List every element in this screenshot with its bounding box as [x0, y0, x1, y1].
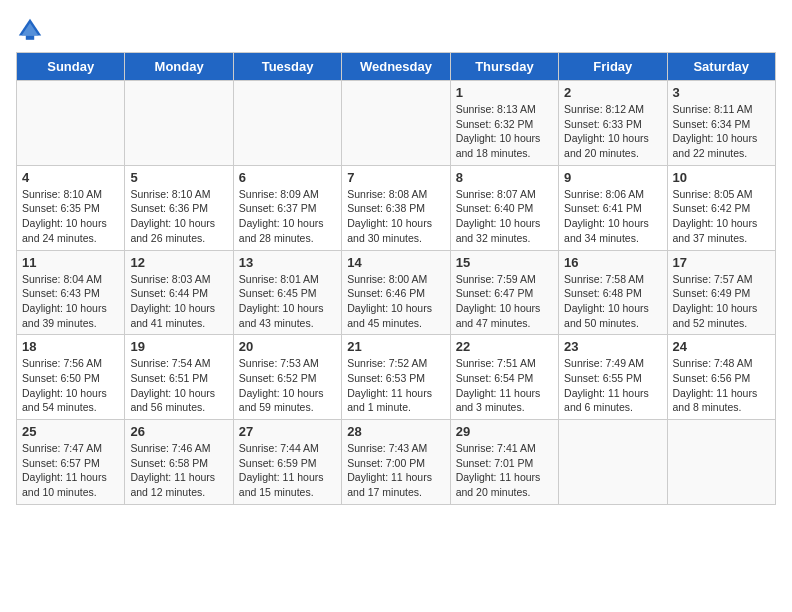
- day-number: 27: [239, 424, 336, 439]
- calendar-cell: 5Sunrise: 8:10 AM Sunset: 6:36 PM Daylig…: [125, 165, 233, 250]
- weekday-header-monday: Monday: [125, 53, 233, 81]
- day-info: Sunrise: 7:51 AM Sunset: 6:54 PM Dayligh…: [456, 356, 553, 415]
- day-info: Sunrise: 8:01 AM Sunset: 6:45 PM Dayligh…: [239, 272, 336, 331]
- calendar-cell: [667, 420, 775, 505]
- day-info: Sunrise: 8:10 AM Sunset: 6:35 PM Dayligh…: [22, 187, 119, 246]
- day-number: 28: [347, 424, 444, 439]
- day-number: 11: [22, 255, 119, 270]
- day-info: Sunrise: 7:52 AM Sunset: 6:53 PM Dayligh…: [347, 356, 444, 415]
- calendar-cell: 8Sunrise: 8:07 AM Sunset: 6:40 PM Daylig…: [450, 165, 558, 250]
- day-info: Sunrise: 7:43 AM Sunset: 7:00 PM Dayligh…: [347, 441, 444, 500]
- day-number: 25: [22, 424, 119, 439]
- calendar-cell: 20Sunrise: 7:53 AM Sunset: 6:52 PM Dayli…: [233, 335, 341, 420]
- day-number: 17: [673, 255, 770, 270]
- calendar-cell: 3Sunrise: 8:11 AM Sunset: 6:34 PM Daylig…: [667, 81, 775, 166]
- day-number: 8: [456, 170, 553, 185]
- calendar-cell: 15Sunrise: 7:59 AM Sunset: 6:47 PM Dayli…: [450, 250, 558, 335]
- day-number: 18: [22, 339, 119, 354]
- day-info: Sunrise: 8:10 AM Sunset: 6:36 PM Dayligh…: [130, 187, 227, 246]
- calendar-cell: 1Sunrise: 8:13 AM Sunset: 6:32 PM Daylig…: [450, 81, 558, 166]
- calendar-cell: 21Sunrise: 7:52 AM Sunset: 6:53 PM Dayli…: [342, 335, 450, 420]
- day-number: 15: [456, 255, 553, 270]
- day-info: Sunrise: 7:53 AM Sunset: 6:52 PM Dayligh…: [239, 356, 336, 415]
- day-number: 22: [456, 339, 553, 354]
- day-info: Sunrise: 8:13 AM Sunset: 6:32 PM Dayligh…: [456, 102, 553, 161]
- day-info: Sunrise: 7:44 AM Sunset: 6:59 PM Dayligh…: [239, 441, 336, 500]
- calendar-cell: 6Sunrise: 8:09 AM Sunset: 6:37 PM Daylig…: [233, 165, 341, 250]
- calendar-cell: 9Sunrise: 8:06 AM Sunset: 6:41 PM Daylig…: [559, 165, 667, 250]
- day-number: 26: [130, 424, 227, 439]
- day-info: Sunrise: 7:49 AM Sunset: 6:55 PM Dayligh…: [564, 356, 661, 415]
- calendar-cell: 22Sunrise: 7:51 AM Sunset: 6:54 PM Dayli…: [450, 335, 558, 420]
- day-number: 24: [673, 339, 770, 354]
- weekday-header-sunday: Sunday: [17, 53, 125, 81]
- day-info: Sunrise: 7:48 AM Sunset: 6:56 PM Dayligh…: [673, 356, 770, 415]
- day-number: 19: [130, 339, 227, 354]
- calendar-cell: 16Sunrise: 7:58 AM Sunset: 6:48 PM Dayli…: [559, 250, 667, 335]
- day-number: 3: [673, 85, 770, 100]
- calendar-cell: [17, 81, 125, 166]
- day-info: Sunrise: 8:04 AM Sunset: 6:43 PM Dayligh…: [22, 272, 119, 331]
- day-number: 4: [22, 170, 119, 185]
- day-info: Sunrise: 8:07 AM Sunset: 6:40 PM Dayligh…: [456, 187, 553, 246]
- weekday-header-saturday: Saturday: [667, 53, 775, 81]
- calendar-cell: 26Sunrise: 7:46 AM Sunset: 6:58 PM Dayli…: [125, 420, 233, 505]
- day-info: Sunrise: 7:47 AM Sunset: 6:57 PM Dayligh…: [22, 441, 119, 500]
- calendar-cell: 2Sunrise: 8:12 AM Sunset: 6:33 PM Daylig…: [559, 81, 667, 166]
- day-info: Sunrise: 7:57 AM Sunset: 6:49 PM Dayligh…: [673, 272, 770, 331]
- calendar-cell: 12Sunrise: 8:03 AM Sunset: 6:44 PM Dayli…: [125, 250, 233, 335]
- logo: [16, 16, 48, 44]
- day-info: Sunrise: 7:41 AM Sunset: 7:01 PM Dayligh…: [456, 441, 553, 500]
- calendar-table: SundayMondayTuesdayWednesdayThursdayFrid…: [16, 52, 776, 505]
- calendar-cell: 25Sunrise: 7:47 AM Sunset: 6:57 PM Dayli…: [17, 420, 125, 505]
- day-number: 10: [673, 170, 770, 185]
- day-number: 7: [347, 170, 444, 185]
- day-info: Sunrise: 8:06 AM Sunset: 6:41 PM Dayligh…: [564, 187, 661, 246]
- day-info: Sunrise: 7:59 AM Sunset: 6:47 PM Dayligh…: [456, 272, 553, 331]
- calendar-cell: [125, 81, 233, 166]
- day-number: 5: [130, 170, 227, 185]
- calendar-cell: 18Sunrise: 7:56 AM Sunset: 6:50 PM Dayli…: [17, 335, 125, 420]
- day-number: 16: [564, 255, 661, 270]
- svg-rect-2: [26, 36, 34, 40]
- day-number: 14: [347, 255, 444, 270]
- weekday-header-tuesday: Tuesday: [233, 53, 341, 81]
- day-number: 12: [130, 255, 227, 270]
- day-info: Sunrise: 7:56 AM Sunset: 6:50 PM Dayligh…: [22, 356, 119, 415]
- weekday-header-thursday: Thursday: [450, 53, 558, 81]
- day-info: Sunrise: 8:11 AM Sunset: 6:34 PM Dayligh…: [673, 102, 770, 161]
- day-number: 13: [239, 255, 336, 270]
- day-number: 9: [564, 170, 661, 185]
- calendar-cell: [233, 81, 341, 166]
- logo-icon: [16, 16, 44, 44]
- day-info: Sunrise: 8:03 AM Sunset: 6:44 PM Dayligh…: [130, 272, 227, 331]
- day-number: 1: [456, 85, 553, 100]
- calendar-cell: [559, 420, 667, 505]
- day-number: 23: [564, 339, 661, 354]
- calendar-cell: 4Sunrise: 8:10 AM Sunset: 6:35 PM Daylig…: [17, 165, 125, 250]
- calendar-cell: 14Sunrise: 8:00 AM Sunset: 6:46 PM Dayli…: [342, 250, 450, 335]
- calendar-cell: 10Sunrise: 8:05 AM Sunset: 6:42 PM Dayli…: [667, 165, 775, 250]
- calendar-cell: 13Sunrise: 8:01 AM Sunset: 6:45 PM Dayli…: [233, 250, 341, 335]
- day-number: 20: [239, 339, 336, 354]
- weekday-header-friday: Friday: [559, 53, 667, 81]
- calendar-cell: 24Sunrise: 7:48 AM Sunset: 6:56 PM Dayli…: [667, 335, 775, 420]
- day-info: Sunrise: 8:08 AM Sunset: 6:38 PM Dayligh…: [347, 187, 444, 246]
- weekday-header-wednesday: Wednesday: [342, 53, 450, 81]
- day-info: Sunrise: 7:46 AM Sunset: 6:58 PM Dayligh…: [130, 441, 227, 500]
- calendar-cell: 28Sunrise: 7:43 AM Sunset: 7:00 PM Dayli…: [342, 420, 450, 505]
- calendar-cell: 17Sunrise: 7:57 AM Sunset: 6:49 PM Dayli…: [667, 250, 775, 335]
- calendar-cell: 23Sunrise: 7:49 AM Sunset: 6:55 PM Dayli…: [559, 335, 667, 420]
- day-info: Sunrise: 8:00 AM Sunset: 6:46 PM Dayligh…: [347, 272, 444, 331]
- calendar-cell: 19Sunrise: 7:54 AM Sunset: 6:51 PM Dayli…: [125, 335, 233, 420]
- day-number: 2: [564, 85, 661, 100]
- calendar-cell: [342, 81, 450, 166]
- day-info: Sunrise: 8:09 AM Sunset: 6:37 PM Dayligh…: [239, 187, 336, 246]
- day-info: Sunrise: 7:54 AM Sunset: 6:51 PM Dayligh…: [130, 356, 227, 415]
- day-number: 21: [347, 339, 444, 354]
- day-number: 6: [239, 170, 336, 185]
- calendar-cell: 7Sunrise: 8:08 AM Sunset: 6:38 PM Daylig…: [342, 165, 450, 250]
- page-header: [16, 16, 776, 44]
- calendar-cell: 27Sunrise: 7:44 AM Sunset: 6:59 PM Dayli…: [233, 420, 341, 505]
- day-info: Sunrise: 7:58 AM Sunset: 6:48 PM Dayligh…: [564, 272, 661, 331]
